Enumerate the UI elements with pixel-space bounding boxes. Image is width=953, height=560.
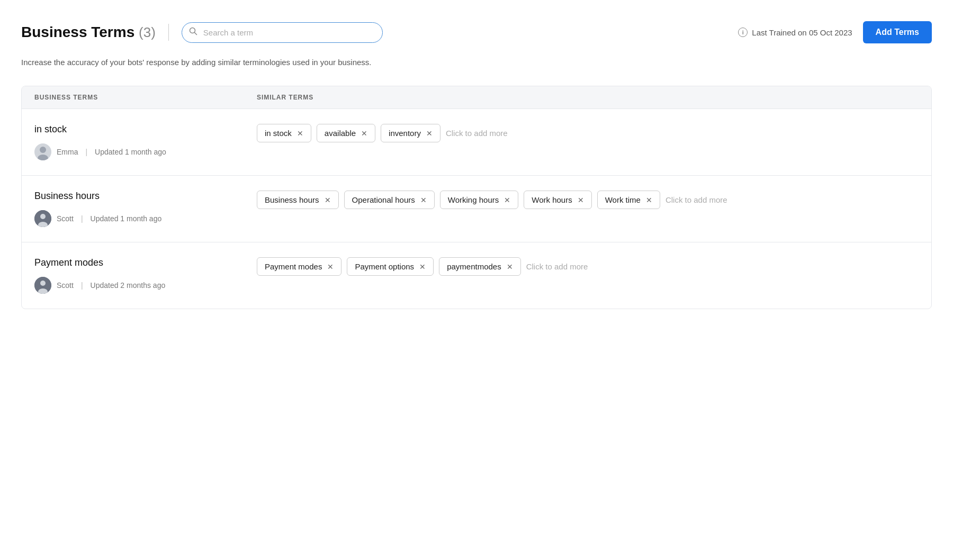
avatar-scott-2 [34, 277, 51, 294]
updated-scott-1: Updated 1 month ago [91, 214, 162, 223]
updated-emma: Updated 1 month ago [95, 148, 166, 156]
subtitle: Increase the accuracy of your bots' resp… [21, 56, 392, 69]
tag-label: Work hours [532, 195, 572, 204]
user-info-scott-2: Scott | Updated 2 months ago [34, 277, 257, 294]
term-name-in-stock: in stock [34, 124, 257, 135]
info-icon: i [738, 28, 748, 37]
term-name-payment-modes: Payment modes [34, 257, 257, 268]
similar-col-payment-modes: Payment modes ✕ Payment options ✕ paymen… [257, 257, 919, 276]
tag-close-operational-hours[interactable]: ✕ [420, 196, 427, 204]
click-to-add-in-stock[interactable]: Click to add more [446, 129, 508, 138]
tag-close-work-hours[interactable]: ✕ [578, 196, 584, 204]
tag-inventory: inventory ✕ [381, 124, 440, 142]
col-similar-terms: SIMILAR TERMS [257, 94, 919, 101]
click-to-add-payment-modes[interactable]: Click to add more [526, 262, 588, 271]
tag-available: available ✕ [317, 124, 375, 142]
table-row: Business hours Scott | Updated 1 month a… [22, 176, 931, 242]
tag-label: available [325, 129, 356, 138]
user-name-scott-2: Scott [57, 281, 74, 290]
similar-col-in-stock: in stock ✕ available ✕ inventory ✕ Click… [257, 124, 919, 142]
search-icon [189, 27, 197, 38]
term-col-payment-modes: Payment modes Scott | Updated 2 months a… [34, 257, 257, 294]
separator: | [81, 214, 83, 223]
updated-scott-2: Updated 2 months ago [91, 281, 166, 290]
tag-close-payment-options[interactable]: ✕ [419, 263, 426, 270]
user-name-scott-1: Scott [57, 214, 74, 223]
title-text: Business Terms [21, 24, 134, 40]
avatar-scott-1 [34, 210, 51, 227]
tag-payment-options: Payment options ✕ [347, 257, 434, 276]
tag-label: inventory [389, 129, 421, 138]
tag-label: Payment options [355, 262, 414, 271]
tag-close-work-time[interactable]: ✕ [646, 196, 652, 204]
table-row: Payment modes Scott | Updated 2 months a… [22, 242, 931, 309]
svg-point-3 [38, 155, 48, 160]
user-info-scott-1: Scott | Updated 1 month ago [34, 210, 257, 227]
table-row: in stock Emma | Updated 1 month ago in s… [22, 109, 931, 176]
tag-operational-hours: Operational hours ✕ [344, 191, 435, 209]
separator: | [85, 148, 87, 156]
click-to-add-business-hours[interactable]: Click to add more [666, 195, 727, 204]
user-name-emma: Emma [57, 148, 78, 156]
tag-label: Work time [605, 195, 641, 204]
search-input[interactable] [182, 22, 383, 43]
tag-paymentmodes: paymentmodes ✕ [439, 257, 521, 276]
page-container: Business Terms (3) i Last Trained on 05 … [0, 0, 953, 330]
term-count: (3) [139, 24, 156, 40]
header-row: Business Terms (3) i Last Trained on 05 … [21, 21, 932, 43]
tag-working-hours: Working hours ✕ [440, 191, 518, 209]
tag-close-paymentmodes[interactable]: ✕ [507, 263, 513, 270]
tag-business-hours: Business hours ✕ [257, 191, 339, 209]
avatar-emma [34, 143, 51, 160]
tag-payment-modes: Payment modes ✕ [257, 257, 341, 276]
tag-label: Operational hours [352, 195, 415, 204]
tag-label: in stock [265, 129, 292, 138]
page-title: Business Terms (3) [21, 24, 156, 41]
svg-point-2 [40, 147, 46, 153]
user-info-emma: Emma | Updated 1 month ago [34, 143, 257, 160]
tag-close-payment-modes[interactable]: ✕ [327, 263, 334, 270]
tag-work-time: Work time ✕ [597, 191, 660, 209]
tag-close-working-hours[interactable]: ✕ [504, 196, 510, 204]
tag-close-business-hours[interactable]: ✕ [325, 196, 331, 204]
separator: | [81, 281, 83, 290]
tag-label: Working hours [448, 195, 499, 204]
tag-close-available[interactable]: ✕ [361, 130, 367, 137]
svg-point-5 [40, 214, 46, 219]
tag-work-hours: Work hours ✕ [524, 191, 591, 209]
tag-label: paymentmodes [447, 262, 501, 271]
svg-point-8 [40, 281, 46, 286]
table-header: BUSINESS TERMS SIMILAR TERMS [22, 86, 931, 109]
tag-close-in-stock[interactable]: ✕ [297, 130, 303, 137]
tag-label: Business hours [265, 195, 319, 204]
add-terms-button[interactable]: Add Terms [863, 21, 932, 43]
header-divider [168, 24, 169, 41]
tag-close-inventory[interactable]: ✕ [426, 130, 433, 137]
tag-in-stock: in stock ✕ [257, 124, 311, 142]
term-col-business-hours: Business hours Scott | Updated 1 month a… [34, 191, 257, 227]
terms-table: BUSINESS TERMS SIMILAR TERMS in stock Em… [21, 86, 932, 309]
similar-col-business-hours: Business hours ✕ Operational hours ✕ Wor… [257, 191, 919, 209]
svg-line-1 [194, 33, 196, 35]
col-business-terms: BUSINESS TERMS [34, 94, 257, 101]
tag-label: Payment modes [265, 262, 322, 271]
term-col-in-stock: in stock Emma | Updated 1 month ago [34, 124, 257, 160]
term-name-business-hours: Business hours [34, 191, 257, 202]
trained-label: Last Trained on 05 Oct 2023 [752, 28, 852, 37]
trained-info: i Last Trained on 05 Oct 2023 [738, 28, 852, 37]
search-container [182, 22, 383, 43]
